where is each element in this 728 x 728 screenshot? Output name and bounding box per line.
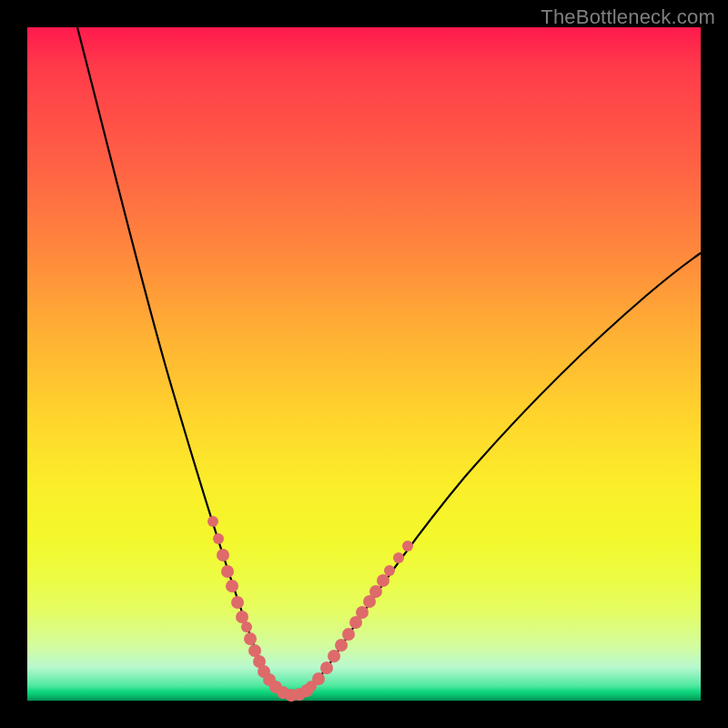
svg-point-1 (213, 533, 224, 544)
svg-point-27 (369, 585, 382, 598)
svg-point-22 (335, 639, 348, 652)
svg-point-4 (226, 580, 238, 592)
svg-point-9 (248, 644, 261, 657)
curve-path (77, 27, 701, 694)
svg-point-3 (221, 565, 234, 578)
svg-point-5 (231, 596, 244, 609)
svg-point-21 (328, 650, 340, 662)
bottleneck-curve (27, 27, 701, 701)
svg-point-0 (207, 516, 218, 527)
svg-point-28 (377, 574, 389, 587)
svg-point-31 (402, 541, 413, 551)
watermark-text: TheBottleneck.com (541, 5, 715, 29)
svg-point-19 (312, 672, 325, 685)
svg-point-7 (241, 622, 252, 632)
svg-point-2 (217, 549, 229, 561)
svg-point-8 (244, 632, 257, 645)
svg-point-6 (236, 611, 248, 623)
svg-point-25 (356, 606, 369, 619)
plot-area (27, 27, 701, 701)
svg-point-20 (320, 662, 333, 674)
svg-point-30 (393, 552, 404, 563)
chart-stage: TheBottleneck.com (0, 0, 728, 728)
curve-beads (207, 516, 413, 702)
svg-point-29 (384, 565, 395, 576)
svg-point-23 (342, 628, 355, 641)
